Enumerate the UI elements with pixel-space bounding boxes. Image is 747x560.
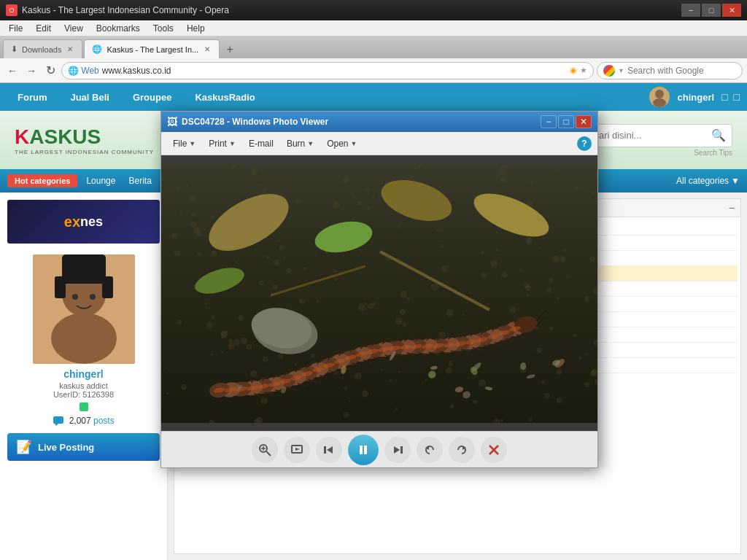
favorite-icon: ★ (580, 66, 587, 75)
chevron-down-icon: ▼ (731, 176, 740, 186)
username-nav: chingerl (677, 92, 714, 103)
svg-marker-24 (295, 448, 300, 451)
svg-point-2 (653, 98, 666, 107)
pv-burn-menu[interactable]: Burn ▼ (281, 136, 320, 151)
pv-play-button[interactable] (348, 435, 379, 465)
pv-print-menu[interactable]: Print ▼ (203, 136, 241, 151)
post-count: 2,007 (69, 416, 91, 426)
nav-icon-1[interactable]: □ (721, 91, 727, 103)
all-categories-button[interactable]: All categories ▼ (676, 176, 740, 186)
svg-rect-13 (55, 276, 66, 298)
restore-button[interactable]: □ (702, 4, 721, 17)
menu-help[interactable]: Help (181, 22, 211, 35)
nav-forum[interactable]: Forum (7, 89, 57, 106)
svg-rect-14 (102, 276, 113, 298)
forward-button[interactable]: → (23, 63, 39, 79)
pv-minimize-button[interactable]: − (541, 115, 557, 128)
pv-file-label: File (173, 139, 187, 149)
pv-title: DSC04728 - Windows Photo Viewer (182, 117, 536, 127)
live-posting-label: Live Posting (38, 442, 94, 453)
next-icon (391, 443, 404, 456)
tab-kaskus-icon: 🌐 (92, 44, 102, 54)
tab-kaskus-close[interactable]: ✕ (203, 44, 212, 54)
google-icon (603, 65, 615, 77)
pv-open-arrow: ▼ (351, 140, 357, 147)
tab-downloads-label: Downloads (22, 45, 61, 54)
panel-minimize-button[interactable]: − (729, 202, 735, 214)
pv-delete-button[interactable] (481, 437, 507, 463)
tab-downloads[interactable]: ⬇ Downloads ✕ (3, 39, 82, 58)
left-sidebar: exnes chingerl (0, 192, 168, 560)
svg-rect-29 (400, 446, 403, 454)
nav-icon-2[interactable]: □ (734, 91, 740, 103)
pv-toolbar: File ▼ Print ▼ E-mail Burn ▼ Open ▼ ? (161, 132, 597, 155)
svg-rect-17 (53, 416, 63, 424)
address-input[interactable] (102, 66, 567, 76)
pv-file-menu[interactable]: File ▼ (167, 136, 201, 151)
nav-groupee[interactable]: Groupee (123, 89, 182, 106)
all-categories-label: All categories (676, 176, 729, 186)
new-tab-button[interactable]: + (221, 41, 239, 58)
title-bar: O Kaskus - The Largest Indonesian Commun… (0, 0, 747, 20)
pv-help-button[interactable]: ? (577, 136, 592, 151)
pv-close-button[interactable]: ✕ (576, 115, 592, 128)
pv-file-arrow: ▼ (189, 140, 196, 147)
close-button[interactable]: ✕ (722, 4, 741, 17)
hot-categories-button[interactable]: Hot categories (7, 174, 77, 187)
posts-link[interactable]: posts (93, 416, 115, 426)
delete-icon (487, 443, 500, 456)
pv-restore-button[interactable]: □ (558, 115, 574, 128)
nav-jual-beli[interactable]: Jual Beli (60, 89, 119, 106)
tab-downloads-close[interactable]: ✕ (66, 44, 74, 54)
pv-prev-button[interactable] (316, 437, 342, 463)
user-section: chingerl □ □ (649, 87, 740, 107)
menu-bar: File Edit View Bookmarks Tools Help (0, 20, 747, 36)
svg-rect-12 (62, 254, 106, 284)
live-posting-button[interactable]: 📝 Live Posting (7, 433, 160, 461)
profile-userid: UserID: 5126398 (7, 390, 160, 399)
pv-title-bar: 🖼 DSC04728 - Windows Photo Viewer − □ ✕ (161, 112, 597, 132)
tab-kaskus[interactable]: 🌐 Kaskus - The Largest In... ✕ (84, 39, 220, 58)
kaskus-tagline: THE LARGEST INDONESIAN COMMUNITY (15, 149, 154, 155)
user-avatar (649, 87, 670, 107)
pv-zoom-button[interactable] (252, 437, 278, 463)
pv-rotate-cw-button[interactable] (449, 437, 475, 463)
pv-open-menu[interactable]: Open ▼ (321, 136, 363, 151)
menu-view[interactable]: View (58, 22, 89, 35)
prev-icon (322, 443, 336, 456)
menu-bookmarks[interactable]: Bookmarks (90, 22, 146, 35)
svg-point-11 (51, 313, 117, 364)
minimize-button[interactable]: − (681, 4, 700, 17)
opera-icon: O (6, 4, 18, 16)
svg-rect-25 (324, 446, 326, 454)
back-button[interactable]: ← (4, 63, 20, 79)
photo-viewer-window: 🖼 DSC04728 - Windows Photo Viewer − □ ✕ … (160, 111, 598, 468)
pv-burn-label: Burn (287, 139, 305, 149)
svg-point-15 (72, 294, 78, 300)
svg-point-1 (655, 90, 664, 98)
menu-tools[interactable]: Tools (147, 22, 179, 35)
kaskus-logo-text: KASKUS (15, 125, 154, 149)
address-input-wrap: 🌐 Web ◉ ★ (61, 62, 594, 79)
menu-file[interactable]: File (3, 22, 28, 35)
pv-burn-arrow: ▼ (307, 140, 314, 147)
pv-slideshow-setup-button[interactable] (284, 437, 310, 463)
category-berita[interactable]: Berita (124, 174, 155, 187)
window-controls: − □ ✕ (681, 4, 741, 17)
reload-button[interactable]: ↻ (42, 63, 58, 79)
pv-rotate-ccw-button[interactable] (417, 437, 443, 463)
search-input[interactable] (627, 66, 737, 76)
category-lounge[interactable]: Lounge (82, 174, 120, 187)
svg-rect-27 (360, 446, 363, 454)
rotate-cw-icon (455, 443, 468, 456)
pv-email-button[interactable]: E-mail (243, 136, 279, 151)
search-tips: Search Tips (694, 149, 732, 157)
web-icon: 🌐 Web (68, 66, 99, 76)
tab-bar: ⬇ Downloads ✕ 🌐 Kaskus - The Largest In.… (0, 36, 747, 58)
pv-next-button[interactable] (384, 437, 411, 463)
menu-edit[interactable]: Edit (30, 22, 57, 35)
play-icon (356, 443, 371, 457)
kaskus-logo: KASKUS THE LARGEST INDONESIAN COMMUNITY (15, 125, 154, 155)
main-content: KASKUS THE LARGEST INDONESIAN COMMUNITY … (0, 111, 747, 560)
nav-kaskusradio[interactable]: KaskusRadio (185, 89, 265, 106)
